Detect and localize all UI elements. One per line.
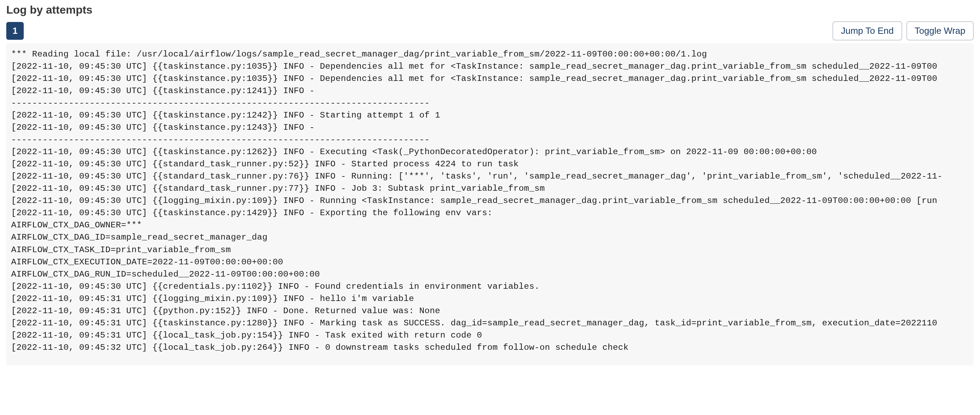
controls-row: 1 Jump To End Toggle Wrap <box>6 21 974 40</box>
attempts-tabs: 1 <box>6 22 24 40</box>
toggle-wrap-button[interactable]: Toggle Wrap <box>907 21 974 40</box>
log-container[interactable]: *** Reading local file: /usr/local/airfl… <box>6 43 974 366</box>
attempt-tab-1[interactable]: 1 <box>6 22 24 40</box>
page-title: Log by attempts <box>6 3 974 16</box>
log-content: *** Reading local file: /usr/local/airfl… <box>11 48 969 362</box>
log-action-buttons: Jump To End Toggle Wrap <box>832 21 974 40</box>
jump-to-end-button[interactable]: Jump To End <box>832 21 902 40</box>
